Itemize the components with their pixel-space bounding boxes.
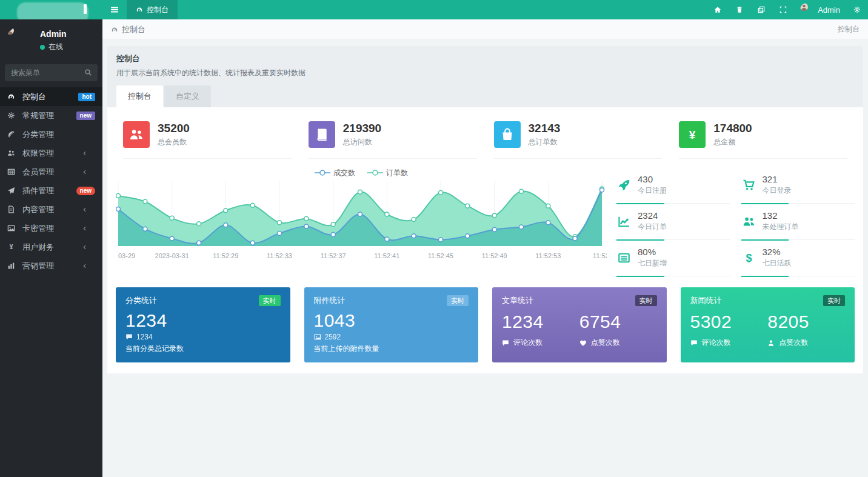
card-category-stats[interactable]: 分类统计实时12341234当前分类总记录数 bbox=[116, 287, 290, 362]
svg-text:11:52:53: 11:52:53 bbox=[535, 252, 561, 259]
sidebar-item-label: 卡密管理 bbox=[22, 223, 78, 234]
stat-label: 总会员数 bbox=[158, 137, 190, 147]
sidebar-toggle-button[interactable] bbox=[102, 0, 127, 19]
stat-total-visits: 219390总访问数 bbox=[309, 116, 477, 159]
breadcrumb-current[interactable]: 控制台 bbox=[122, 24, 145, 35]
menu-badge: hot bbox=[78, 93, 95, 101]
realtime-badge: 实时 bbox=[259, 295, 281, 306]
image-icon bbox=[314, 333, 321, 341]
topbar-tab-dashboard[interactable]: 控制台 bbox=[127, 0, 178, 19]
svg-text:11:52:29: 11:52:29 bbox=[213, 252, 238, 259]
users-icon bbox=[123, 121, 150, 148]
main-column: 控制台 Admin 控制台 控制台 控制台 用于展示当前系统中的统计数据、统计报… bbox=[102, 0, 868, 477]
card-number-label: 点赞次数 bbox=[591, 338, 620, 348]
angle-left-icon bbox=[82, 207, 95, 213]
panel-body: 35200总会员数219390总访问数32143总订单数¥174800总金额 成… bbox=[107, 107, 863, 373]
users-icon bbox=[7, 149, 21, 157]
legend-item-成交数[interactable]: 成交数 bbox=[315, 168, 355, 178]
mini-stat-label: 未处理订单 bbox=[763, 222, 799, 232]
svg-text:2023-03-31: 2023-03-31 bbox=[155, 252, 189, 259]
card-sub-value: 2592 bbox=[325, 333, 341, 341]
users-icon bbox=[743, 215, 755, 228]
breadcrumb: 控制台 控制台 bbox=[102, 19, 868, 40]
stats-row: 35200总会员数219390总访问数32143总订单数¥174800总金额 bbox=[115, 116, 856, 159]
sidebar-item-user-finance[interactable]: ¥用户财务 bbox=[0, 238, 102, 256]
stat-total-orders: 32143总订单数 bbox=[494, 116, 663, 159]
sidebar-item-content-manage[interactable]: 内容管理 bbox=[0, 200, 102, 219]
svg-text:11:52:45: 11:52:45 bbox=[428, 252, 453, 259]
comment-icon bbox=[502, 339, 509, 347]
line-chart-icon bbox=[618, 215, 630, 228]
svg-text:11:52:33: 11:52:33 bbox=[267, 252, 292, 259]
svg-text:11:52:: 11:52: bbox=[593, 252, 607, 259]
sidebar-item-auth-manage[interactable]: 权限管理 bbox=[0, 144, 102, 162]
settings-cogs-button[interactable] bbox=[846, 0, 868, 19]
mini-stat-value: 132 bbox=[763, 210, 799, 221]
sidebar-item-category-manage[interactable]: 分类管理 bbox=[0, 125, 102, 144]
mini-stat-value: 32% bbox=[763, 247, 792, 257]
card-attachment-stats[interactable]: 附件统计实时10432592当前上传的附件数量 bbox=[304, 287, 479, 362]
topbar-user-name: Admin bbox=[818, 5, 840, 15]
sidebar-item-addon-manage[interactable]: 插件管理new bbox=[0, 181, 102, 200]
app-logo[interactable] bbox=[0, 0, 102, 19]
content-area: 控制台 用于展示当前系统中的统计数据、统计报表及重要实时数据 控制台自定义 35… bbox=[102, 40, 868, 477]
angle-left-icon bbox=[82, 225, 95, 232]
stat-label: 总访问数 bbox=[343, 137, 381, 147]
copy-button[interactable] bbox=[750, 0, 772, 19]
chart-canvas: 03-292023-03-3111:52:2911:52:3311:52:371… bbox=[116, 178, 607, 264]
sidebar-item-label: 控制台 bbox=[22, 92, 78, 102]
mini-stat-label: 七日新增 bbox=[638, 258, 667, 269]
mini-stat-pending-orders: 132未处理订单 bbox=[741, 204, 855, 240]
mini-stats-grid: 430今日注册321今日登录2324今日订单132未处理订单80%七日新增$32… bbox=[616, 167, 855, 276]
sidebar-item-label: 常规管理 bbox=[22, 110, 76, 121]
topbar-user-menu[interactable]: Admin bbox=[794, 0, 846, 19]
sidebar-item-cardkey-manage[interactable]: 卡密管理 bbox=[0, 219, 102, 238]
user-icon bbox=[767, 339, 775, 347]
mini-stat-week-active: $32%七日活跃 bbox=[741, 240, 855, 276]
sidebar-item-marketing[interactable]: 营销管理 bbox=[0, 256, 102, 275]
mini-stat-value: 2324 bbox=[638, 210, 667, 221]
app-root: Admin 在线 控制台hot常规管理new分类管理权限管理会员管理插件管理ne… bbox=[0, 0, 868, 477]
menu-badge: new bbox=[76, 187, 95, 195]
card-number: 1043 bbox=[314, 310, 469, 331]
comment-icon bbox=[690, 339, 698, 347]
sidebar-menu: 控制台hot常规管理new分类管理权限管理会员管理插件管理new内容管理卡密管理… bbox=[0, 87, 102, 275]
sidebar-item-label: 权限管理 bbox=[22, 148, 78, 159]
dashboard-icon bbox=[111, 26, 118, 33]
stat-total-amount: ¥174800总金额 bbox=[679, 116, 847, 159]
trash-button[interactable] bbox=[729, 0, 750, 19]
page-title: 控制台 bbox=[116, 53, 854, 64]
online-status-dot bbox=[40, 45, 45, 50]
search-icon[interactable] bbox=[84, 68, 92, 76]
sidebar-item-general-manage[interactable]: 常规管理new bbox=[0, 106, 102, 125]
tab-自定义[interactable]: 自定义 bbox=[164, 85, 211, 107]
heart-icon bbox=[579, 339, 587, 347]
yen-icon: ¥ bbox=[679, 121, 706, 148]
card-title: 文章统计 bbox=[502, 295, 533, 306]
sidebar-user-name: Admin bbox=[40, 29, 67, 39]
stat-label: 总订单数 bbox=[529, 137, 561, 147]
mini-stat-value: 430 bbox=[638, 174, 667, 184]
mini-stat-value: 321 bbox=[763, 174, 792, 184]
home-button[interactable] bbox=[707, 0, 729, 19]
legend-item-订单数[interactable]: 订单数 bbox=[367, 168, 408, 178]
leaf-icon bbox=[7, 130, 21, 138]
legend-label: 成交数 bbox=[333, 168, 355, 178]
image-icon bbox=[7, 224, 21, 232]
svg-text:11:52:41: 11:52:41 bbox=[374, 252, 399, 259]
realtime-badge: 实时 bbox=[447, 295, 469, 306]
fullscreen-button[interactable] bbox=[772, 0, 794, 19]
sidebar-item-member-manage[interactable]: 会员管理 bbox=[0, 162, 102, 181]
card-title: 新闻统计 bbox=[690, 295, 722, 306]
menu-search bbox=[5, 64, 98, 81]
tab-控制台[interactable]: 控制台 bbox=[116, 85, 163, 107]
card-news-stats[interactable]: 新闻统计实时5302评论次数8205点赞次数 bbox=[681, 287, 855, 362]
sidebar-item-label: 用户财务 bbox=[22, 242, 78, 253]
svg-text:¥: ¥ bbox=[10, 244, 13, 250]
card-number: 1234 bbox=[502, 312, 579, 332]
sidebar-item-dashboard[interactable]: 控制台hot bbox=[0, 87, 102, 106]
card-article-stats[interactable]: 文章统计实时1234评论次数6754点赞次数 bbox=[492, 287, 667, 362]
angle-left-icon bbox=[82, 244, 95, 250]
menu-badge: new bbox=[76, 112, 95, 120]
home-icon bbox=[714, 6, 721, 13]
